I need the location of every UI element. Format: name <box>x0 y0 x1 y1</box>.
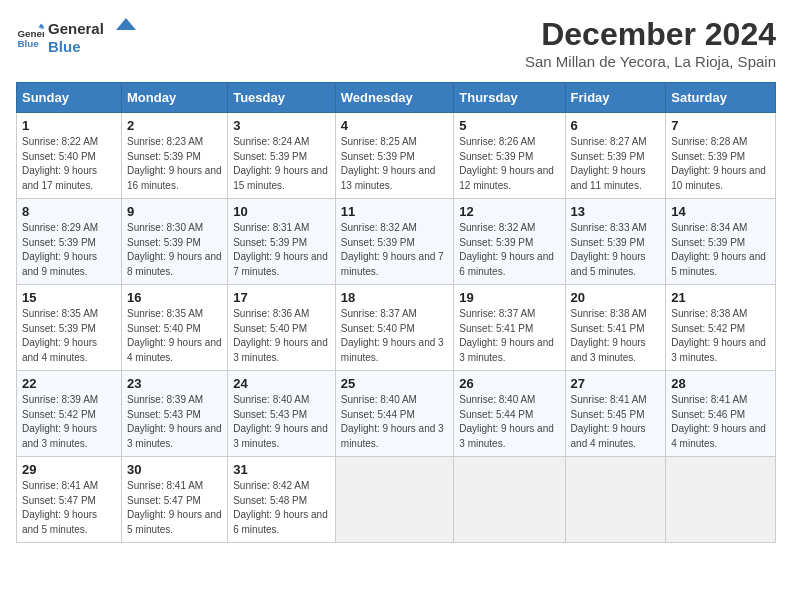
calendar-table: SundayMondayTuesdayWednesdayThursdayFrid… <box>16 82 776 543</box>
col-header-wednesday: Wednesday <box>335 83 454 113</box>
page-header: General Blue General Blue December 2024 … <box>16 16 776 70</box>
header-row: SundayMondayTuesdayWednesdayThursdayFrid… <box>17 83 776 113</box>
day-number: 19 <box>459 290 559 305</box>
day-number: 27 <box>571 376 661 391</box>
week-row-5: 29Sunrise: 8:41 AMSunset: 5:47 PMDayligh… <box>17 457 776 543</box>
week-row-1: 1Sunrise: 8:22 AMSunset: 5:40 PMDaylight… <box>17 113 776 199</box>
svg-marker-6 <box>116 18 136 30</box>
day-info: Sunrise: 8:25 AMSunset: 5:39 PMDaylight:… <box>341 135 449 193</box>
calendar-header: SundayMondayTuesdayWednesdayThursdayFrid… <box>17 83 776 113</box>
day-info: Sunrise: 8:35 AMSunset: 5:39 PMDaylight:… <box>22 307 116 365</box>
calendar-cell: 28Sunrise: 8:41 AMSunset: 5:46 PMDayligh… <box>666 371 776 457</box>
calendar-cell: 18Sunrise: 8:37 AMSunset: 5:40 PMDayligh… <box>335 285 454 371</box>
col-header-friday: Friday <box>565 83 666 113</box>
day-info: Sunrise: 8:40 AMSunset: 5:43 PMDaylight:… <box>233 393 330 451</box>
day-number: 22 <box>22 376 116 391</box>
day-number: 3 <box>233 118 330 133</box>
calendar-cell: 31Sunrise: 8:42 AMSunset: 5:48 PMDayligh… <box>228 457 336 543</box>
day-info: Sunrise: 8:33 AMSunset: 5:39 PMDaylight:… <box>571 221 661 279</box>
calendar-cell: 12Sunrise: 8:32 AMSunset: 5:39 PMDayligh… <box>454 199 565 285</box>
day-info: Sunrise: 8:34 AMSunset: 5:39 PMDaylight:… <box>671 221 770 279</box>
day-number: 10 <box>233 204 330 219</box>
day-number: 20 <box>571 290 661 305</box>
day-info: Sunrise: 8:30 AMSunset: 5:39 PMDaylight:… <box>127 221 222 279</box>
week-row-3: 15Sunrise: 8:35 AMSunset: 5:39 PMDayligh… <box>17 285 776 371</box>
day-info: Sunrise: 8:40 AMSunset: 5:44 PMDaylight:… <box>341 393 449 451</box>
logo: General Blue General Blue <box>16 16 138 56</box>
day-number: 15 <box>22 290 116 305</box>
calendar-cell: 30Sunrise: 8:41 AMSunset: 5:47 PMDayligh… <box>122 457 228 543</box>
logo-text: General Blue <box>48 16 138 56</box>
svg-text:Blue: Blue <box>48 38 81 55</box>
calendar-cell: 27Sunrise: 8:41 AMSunset: 5:45 PMDayligh… <box>565 371 666 457</box>
day-number: 17 <box>233 290 330 305</box>
day-number: 21 <box>671 290 770 305</box>
calendar-cell: 13Sunrise: 8:33 AMSunset: 5:39 PMDayligh… <box>565 199 666 285</box>
day-number: 29 <box>22 462 116 477</box>
logo-icon: General Blue <box>16 22 44 50</box>
day-info: Sunrise: 8:37 AMSunset: 5:40 PMDaylight:… <box>341 307 449 365</box>
col-header-sunday: Sunday <box>17 83 122 113</box>
calendar-cell: 19Sunrise: 8:37 AMSunset: 5:41 PMDayligh… <box>454 285 565 371</box>
col-header-thursday: Thursday <box>454 83 565 113</box>
calendar-cell: 29Sunrise: 8:41 AMSunset: 5:47 PMDayligh… <box>17 457 122 543</box>
col-header-tuesday: Tuesday <box>228 83 336 113</box>
calendar-cell: 25Sunrise: 8:40 AMSunset: 5:44 PMDayligh… <box>335 371 454 457</box>
day-info: Sunrise: 8:23 AMSunset: 5:39 PMDaylight:… <box>127 135 222 193</box>
page-title: December 2024 <box>525 16 776 53</box>
col-header-monday: Monday <box>122 83 228 113</box>
day-info: Sunrise: 8:32 AMSunset: 5:39 PMDaylight:… <box>341 221 449 279</box>
day-number: 5 <box>459 118 559 133</box>
day-number: 14 <box>671 204 770 219</box>
day-info: Sunrise: 8:31 AMSunset: 5:39 PMDaylight:… <box>233 221 330 279</box>
day-number: 9 <box>127 204 222 219</box>
day-info: Sunrise: 8:38 AMSunset: 5:42 PMDaylight:… <box>671 307 770 365</box>
day-number: 12 <box>459 204 559 219</box>
title-area: December 2024 San Millan de Yecora, La R… <box>525 16 776 70</box>
calendar-cell: 23Sunrise: 8:39 AMSunset: 5:43 PMDayligh… <box>122 371 228 457</box>
day-info: Sunrise: 8:40 AMSunset: 5:44 PMDaylight:… <box>459 393 559 451</box>
day-info: Sunrise: 8:36 AMSunset: 5:40 PMDaylight:… <box>233 307 330 365</box>
calendar-body: 1Sunrise: 8:22 AMSunset: 5:40 PMDaylight… <box>17 113 776 543</box>
svg-text:Blue: Blue <box>17 38 39 49</box>
calendar-cell <box>666 457 776 543</box>
day-number: 30 <box>127 462 222 477</box>
day-info: Sunrise: 8:37 AMSunset: 5:41 PMDaylight:… <box>459 307 559 365</box>
calendar-cell: 11Sunrise: 8:32 AMSunset: 5:39 PMDayligh… <box>335 199 454 285</box>
calendar-cell: 14Sunrise: 8:34 AMSunset: 5:39 PMDayligh… <box>666 199 776 285</box>
day-number: 25 <box>341 376 449 391</box>
day-number: 11 <box>341 204 449 219</box>
week-row-2: 8Sunrise: 8:29 AMSunset: 5:39 PMDaylight… <box>17 199 776 285</box>
day-number: 2 <box>127 118 222 133</box>
day-info: Sunrise: 8:41 AMSunset: 5:46 PMDaylight:… <box>671 393 770 451</box>
day-info: Sunrise: 8:22 AMSunset: 5:40 PMDaylight:… <box>22 135 116 193</box>
calendar-cell: 8Sunrise: 8:29 AMSunset: 5:39 PMDaylight… <box>17 199 122 285</box>
day-info: Sunrise: 8:38 AMSunset: 5:41 PMDaylight:… <box>571 307 661 365</box>
day-number: 24 <box>233 376 330 391</box>
calendar-cell: 6Sunrise: 8:27 AMSunset: 5:39 PMDaylight… <box>565 113 666 199</box>
day-number: 18 <box>341 290 449 305</box>
day-number: 6 <box>571 118 661 133</box>
day-info: Sunrise: 8:28 AMSunset: 5:39 PMDaylight:… <box>671 135 770 193</box>
day-info: Sunrise: 8:27 AMSunset: 5:39 PMDaylight:… <box>571 135 661 193</box>
calendar-cell: 24Sunrise: 8:40 AMSunset: 5:43 PMDayligh… <box>228 371 336 457</box>
calendar-cell <box>454 457 565 543</box>
day-number: 26 <box>459 376 559 391</box>
day-info: Sunrise: 8:41 AMSunset: 5:45 PMDaylight:… <box>571 393 661 451</box>
day-number: 31 <box>233 462 330 477</box>
day-info: Sunrise: 8:29 AMSunset: 5:39 PMDaylight:… <box>22 221 116 279</box>
day-info: Sunrise: 8:39 AMSunset: 5:43 PMDaylight:… <box>127 393 222 451</box>
logo-svg: General Blue <box>48 16 138 56</box>
calendar-cell: 21Sunrise: 8:38 AMSunset: 5:42 PMDayligh… <box>666 285 776 371</box>
day-info: Sunrise: 8:35 AMSunset: 5:40 PMDaylight:… <box>127 307 222 365</box>
svg-text:General: General <box>48 20 104 37</box>
calendar-cell: 1Sunrise: 8:22 AMSunset: 5:40 PMDaylight… <box>17 113 122 199</box>
day-number: 7 <box>671 118 770 133</box>
calendar-cell: 20Sunrise: 8:38 AMSunset: 5:41 PMDayligh… <box>565 285 666 371</box>
day-number: 4 <box>341 118 449 133</box>
calendar-cell: 26Sunrise: 8:40 AMSunset: 5:44 PMDayligh… <box>454 371 565 457</box>
day-info: Sunrise: 8:42 AMSunset: 5:48 PMDaylight:… <box>233 479 330 537</box>
calendar-cell: 17Sunrise: 8:36 AMSunset: 5:40 PMDayligh… <box>228 285 336 371</box>
calendar-cell <box>565 457 666 543</box>
calendar-cell: 5Sunrise: 8:26 AMSunset: 5:39 PMDaylight… <box>454 113 565 199</box>
